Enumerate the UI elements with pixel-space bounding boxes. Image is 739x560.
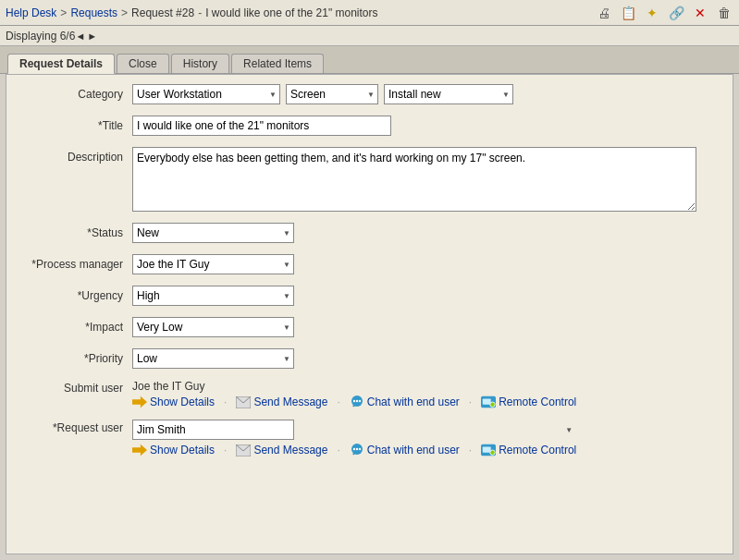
submit-user-info: Joe the IT Guy Show Details · <box>132 380 576 408</box>
impact-row: *Impact Very Low <box>21 317 718 337</box>
submit-user-label: Submit user <box>21 380 132 395</box>
request-user-select[interactable]: Jim Smith <box>132 420 294 440</box>
breadcrumb-sep2: > <box>121 6 128 19</box>
submit-user-controls: Joe the IT Guy Show Details · <box>132 380 718 408</box>
status-select-wrap[interactable]: New <box>132 223 294 243</box>
urgency-row: *Urgency High <box>21 286 718 306</box>
description-controls: Everybody else has been getting them, an… <box>132 147 718 212</box>
main-content: Category User Workstation Screen Install… <box>6 74 733 554</box>
copy-icon[interactable]: 📋 <box>619 4 637 22</box>
breadcrumb-title: I would like one of the 21" monitors <box>205 6 377 19</box>
svg-point-4 <box>356 400 358 402</box>
category3-select[interactable]: Install new <box>384 84 513 104</box>
submit-show-details-label: Show Details <box>150 396 215 408</box>
urgency-select-wrap[interactable]: High <box>132 286 294 306</box>
request-chat-link[interactable]: Chat with end user <box>350 444 460 457</box>
display-count: Displaying 6/6 <box>6 30 75 43</box>
tab-request-details[interactable]: Request Details <box>7 54 115 74</box>
priority-select[interactable]: Low <box>132 348 294 369</box>
tabs-bar: Request Details Close History Related It… <box>0 46 739 74</box>
submit-remote-label: Remote Control <box>499 396 576 408</box>
impact-select[interactable]: Very Low <box>132 317 294 337</box>
urgency-label: *Urgency <box>21 289 132 302</box>
show-details-icon <box>132 396 147 408</box>
svg-marker-9 <box>132 444 147 456</box>
request-remote-label: Remote Control <box>499 444 576 457</box>
category3-select-wrap[interactable]: Install new <box>384 84 513 104</box>
star-icon[interactable]: ✦ <box>643 4 661 22</box>
nav-prev-button[interactable]: ◄ <box>75 30 85 42</box>
category-label: Category <box>21 88 132 101</box>
nav-next-button[interactable]: ► <box>87 30 97 42</box>
submit-remote-link[interactable]: Remote Control <box>481 396 576 408</box>
request-remote-link[interactable]: Remote Control <box>481 444 576 457</box>
svg-point-3 <box>353 400 355 402</box>
title-row: *Title <box>21 116 718 136</box>
svg-point-12 <box>353 448 355 450</box>
trash-icon[interactable]: 🗑 <box>715 4 733 22</box>
title-input[interactable] <box>132 116 391 136</box>
svg-marker-0 <box>132 396 147 408</box>
description-textarea[interactable]: Everybody else has been getting them, an… <box>132 147 696 212</box>
print-icon[interactable]: 🖨 <box>595 4 613 22</box>
category2-select-wrap[interactable]: Screen <box>286 84 378 104</box>
request-remote-icon <box>481 444 496 457</box>
request-chat-label: Chat with end user <box>367 444 460 457</box>
sub-bar: Displaying 6/6 ◄ ► <box>0 26 739 46</box>
submit-send-message-label: Send Message <box>253 396 327 408</box>
breadcrumb-requests[interactable]: Requests <box>70 6 117 19</box>
priority-controls: Low <box>132 348 718 369</box>
svg-rect-8 <box>483 398 491 404</box>
request-send-message-link[interactable]: Send Message <box>236 444 327 457</box>
submit-show-details-link[interactable]: Show Details <box>132 396 215 408</box>
breadcrumb: Help Desk > Requests > Request #28 - I w… <box>6 6 378 19</box>
link-icon[interactable]: 🔗 <box>667 4 685 22</box>
status-controls: New <box>132 223 718 243</box>
request-send-message-icon <box>236 444 251 457</box>
tab-related-items[interactable]: Related Items <box>231 54 324 73</box>
request-show-details-icon <box>132 444 147 457</box>
svg-point-13 <box>356 448 358 450</box>
description-row: Description Everybody else has been gett… <box>21 147 718 212</box>
request-user-label: *Request user <box>21 420 132 434</box>
title-label: *Title <box>21 119 132 132</box>
svg-rect-17 <box>483 446 491 452</box>
request-show-details-link[interactable]: Show Details <box>132 444 215 457</box>
request-user-select-wrap[interactable]: Jim Smith <box>132 420 576 440</box>
status-row: *Status New <box>21 223 718 243</box>
request-send-message-label: Send Message <box>253 444 327 457</box>
category1-select-wrap[interactable]: User Workstation <box>132 84 280 104</box>
process-manager-select[interactable]: Joe the IT Guy <box>132 254 294 274</box>
tab-close[interactable]: Close <box>117 54 169 73</box>
send-message-icon <box>236 396 251 408</box>
submit-user-actions: Show Details · Send Message · <box>132 396 576 408</box>
description-label: Description <box>21 147 132 164</box>
priority-select-wrap[interactable]: Low <box>132 348 294 369</box>
breadcrumb-helpdesk[interactable]: Help Desk <box>6 6 56 19</box>
impact-label: *Impact <box>21 321 132 334</box>
request-user-controls: Jim Smith Show Details · <box>132 420 718 457</box>
request-show-details-label: Show Details <box>150 444 215 457</box>
status-select[interactable]: New <box>132 223 294 243</box>
impact-select-wrap[interactable]: Very Low <box>132 317 294 337</box>
category2-select[interactable]: Screen <box>286 84 378 104</box>
submit-chat-link[interactable]: Chat with end user <box>350 396 460 408</box>
process-manager-select-wrap[interactable]: Joe the IT Guy <box>132 254 294 274</box>
top-bar: Help Desk > Requests > Request #28 - I w… <box>0 0 739 26</box>
breadcrumb-request-num: Request #28 <box>131 6 194 19</box>
submit-send-message-link[interactable]: Send Message <box>236 396 327 408</box>
request-chat-icon <box>350 444 364 457</box>
submit-user-name: Joe the IT Guy <box>132 380 576 393</box>
category-controls: User Workstation Screen Install new <box>132 84 718 104</box>
category1-select[interactable]: User Workstation <box>132 84 280 104</box>
remote-control-icon <box>481 396 496 408</box>
close-x-icon[interactable]: ✕ <box>691 4 709 22</box>
tab-history[interactable]: History <box>171 54 229 73</box>
submit-user-row: Submit user Joe the IT Guy Show Details … <box>21 380 718 408</box>
top-icons: 🖨 📋 ✦ 🔗 ✕ 🗑 <box>595 4 733 22</box>
breadcrumb-sep1: > <box>60 6 67 19</box>
request-user-section: Jim Smith Show Details · <box>132 420 576 457</box>
urgency-select[interactable]: High <box>132 286 294 306</box>
request-user-row: *Request user Jim Smith Show De <box>21 420 718 457</box>
chat-icon <box>350 396 364 408</box>
